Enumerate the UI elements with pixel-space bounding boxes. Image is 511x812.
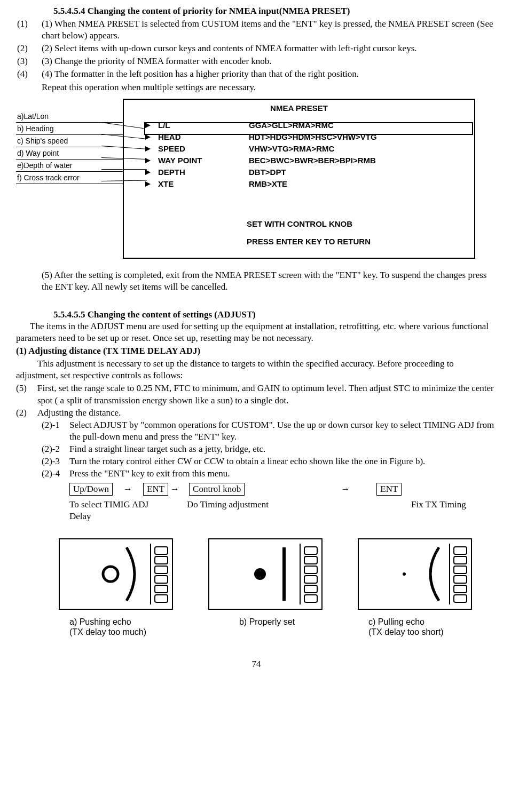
step-num: (5) xyxy=(16,383,37,406)
preset-c1: HEAD xyxy=(158,132,249,142)
substep-text: Press the "ENT" key to exit from this me… xyxy=(69,468,497,480)
preset-c1: WAY POINT xyxy=(158,155,249,166)
label-speed: c) Ship's speed xyxy=(16,135,123,147)
triangle-icon xyxy=(145,158,151,163)
preset-c2: RMB>XTE xyxy=(249,179,474,189)
label-lat-lon: a)Lat/Lon xyxy=(16,110,123,123)
keyseq-caption: Delay xyxy=(69,511,187,522)
preset-row-depth: DEPTHDBT>DPT xyxy=(124,166,474,178)
preset-c1: XTE xyxy=(158,179,249,189)
diagram-pushing-echo: a) Pushing echo (TX delay too much) xyxy=(59,538,176,636)
arrow-icon: → xyxy=(341,483,350,495)
adjust-substeps: (2)-1Select ADJUST by "common operations… xyxy=(42,419,497,480)
repeat-text: Repeat this operation when multiple sett… xyxy=(42,82,497,93)
svg-rect-22 xyxy=(454,576,467,583)
triangle-icon xyxy=(145,134,151,140)
list-text: (2) Select items with up-down cursor key… xyxy=(38,43,497,54)
preset-c2: HDT>HDG>HDM>HSC>VHW>VTG xyxy=(249,132,474,142)
label-depth: e)Depth of water xyxy=(16,160,123,172)
adjust-steps: (5)First, set the range scale to 0.25 NM… xyxy=(16,383,497,418)
preset-c2: VHW>VTG>RMA>RMC xyxy=(249,144,474,154)
label-heading: b) Heading xyxy=(16,123,123,135)
pulling-echo-svg xyxy=(358,538,472,610)
list-num: (1) xyxy=(16,18,38,42)
svg-rect-12 xyxy=(304,556,317,564)
diagram-caption: (TX delay too much) xyxy=(69,627,176,637)
list-text: (3) Change the priority of NMEA formatte… xyxy=(38,55,497,67)
key-ent: ENT xyxy=(143,483,168,496)
pushing-echo-svg xyxy=(59,538,173,610)
svg-point-8 xyxy=(254,568,266,580)
svg-rect-24 xyxy=(454,595,467,602)
svg-rect-2 xyxy=(155,547,168,554)
substep-num: (2)-2 xyxy=(42,443,69,455)
triangle-icon xyxy=(145,123,151,128)
diagram-caption: a) Pushing echo xyxy=(69,617,176,627)
substep-text: Select ADJUST by "common operations for … xyxy=(69,419,497,443)
svg-point-0 xyxy=(103,567,118,582)
svg-rect-4 xyxy=(155,566,168,574)
nmea-preset-diagram: a)Lat/Lon b) Heading c) Ship's speed d) … xyxy=(16,99,497,259)
step-text: Adjusting the distance. xyxy=(37,407,497,419)
svg-rect-15 xyxy=(304,585,317,593)
after-preset-text: (5) After the setting is completed, exit… xyxy=(42,269,497,293)
svg-rect-20 xyxy=(454,556,467,564)
preset-title: NMEA PRESET xyxy=(124,100,474,117)
svg-rect-14 xyxy=(304,576,317,583)
substep-text: Find a straight linear target such as a … xyxy=(69,443,497,455)
key-control-knob: Control knob xyxy=(189,483,245,496)
triangle-icon xyxy=(145,170,151,175)
preset-row-ll: L/LGGA>GLL>RMA>RMC xyxy=(124,120,474,131)
substep-num: (2)-1 xyxy=(42,419,69,443)
preset-c1: SPEED xyxy=(158,144,249,154)
svg-rect-3 xyxy=(155,556,168,564)
preset-c2: GGA>GLL>RMA>RMC xyxy=(249,120,474,131)
substep-num: (2)-4 xyxy=(42,468,69,480)
preset-footer-line2: PRESS ENTER KEY TO RETURN xyxy=(247,233,371,250)
arrow-icon: → xyxy=(168,483,182,495)
svg-point-17 xyxy=(403,572,406,576)
page-number: 74 xyxy=(16,658,497,670)
svg-rect-21 xyxy=(454,566,467,574)
arrow-icon: → xyxy=(113,483,143,495)
diagram-caption: c) Pulling echo xyxy=(368,617,475,627)
svg-rect-7 xyxy=(155,595,168,602)
preset-c2: DBT>DPT xyxy=(249,167,474,178)
substep-text: Turn the rotary control either CW or CCW… xyxy=(69,456,497,467)
tx-time-heading: (1) Adjusting distance (TX TIME DELAY AD… xyxy=(16,345,497,357)
key-updown: Up/Down xyxy=(69,483,113,496)
svg-rect-5 xyxy=(155,576,168,583)
list-nmea-preset: (1)(1) When NMEA PRESET is selected from… xyxy=(16,18,497,80)
step-num: (2) xyxy=(16,407,37,419)
label-xte: f) Cross track error xyxy=(16,172,123,184)
tx-time-intro: This adjustment is necessary to set up t… xyxy=(16,358,497,381)
list-num: (2) xyxy=(16,43,38,54)
substep-num: (2)-3 xyxy=(42,456,69,467)
preset-row-wpt: WAY POINTBEC>BWC>BWR>BER>BPI>RMB xyxy=(124,155,474,166)
preset-footer-line1: SET WITH CONTROL KNOB xyxy=(247,215,371,233)
svg-rect-16 xyxy=(304,595,317,602)
preset-c2: BEC>BWC>BWR>BER>BPI>RMB xyxy=(249,155,474,166)
step-text: First, set the range scale to 0.25 NM, F… xyxy=(37,383,497,406)
preset-c1: DEPTH xyxy=(158,167,249,178)
echo-diagrams: a) Pushing echo (TX delay too much) b) P… xyxy=(59,538,497,636)
preset-row-head: HEADHDT>HDG>HDM>HSC>VHW>VTG xyxy=(124,131,474,143)
adjust-intro: The items in the ADJUST menu are used fo… xyxy=(16,321,497,344)
diagram-caption: b) Properly set xyxy=(208,617,326,627)
diagram-pulling-echo: c) Pulling echo (TX delay too short) xyxy=(358,538,475,636)
keyseq-caption: Do Timing adjustment xyxy=(187,499,363,522)
section-heading-nmea-preset: 5.5.4.5.4 Changing the content of priori… xyxy=(53,5,497,17)
keyseq-caption: Fix TX Timing xyxy=(363,499,497,522)
key-ent: ENT xyxy=(376,483,402,496)
svg-rect-6 xyxy=(155,585,168,593)
properly-set-svg xyxy=(208,538,323,610)
preset-c1: L/L xyxy=(158,120,249,131)
preset-row-speed: SPEEDVHW>VTG>RMA>RMC xyxy=(124,143,474,155)
triangle-icon xyxy=(145,146,151,152)
diagram-caption: (TX delay too short) xyxy=(368,627,475,637)
section-heading-adjust: 5.5.4.5.5 Changing the content of settin… xyxy=(53,309,497,321)
keyseq-caption: To select TIMIG ADJ xyxy=(69,499,187,511)
preset-box: NMEA PRESET L/LGGA>GLL>RMA>RMC HEADHDT>H… xyxy=(123,99,475,259)
svg-rect-11 xyxy=(304,547,317,554)
preset-footer: SET WITH CONTROL KNOB PRESS ENTER KEY TO… xyxy=(247,215,371,250)
